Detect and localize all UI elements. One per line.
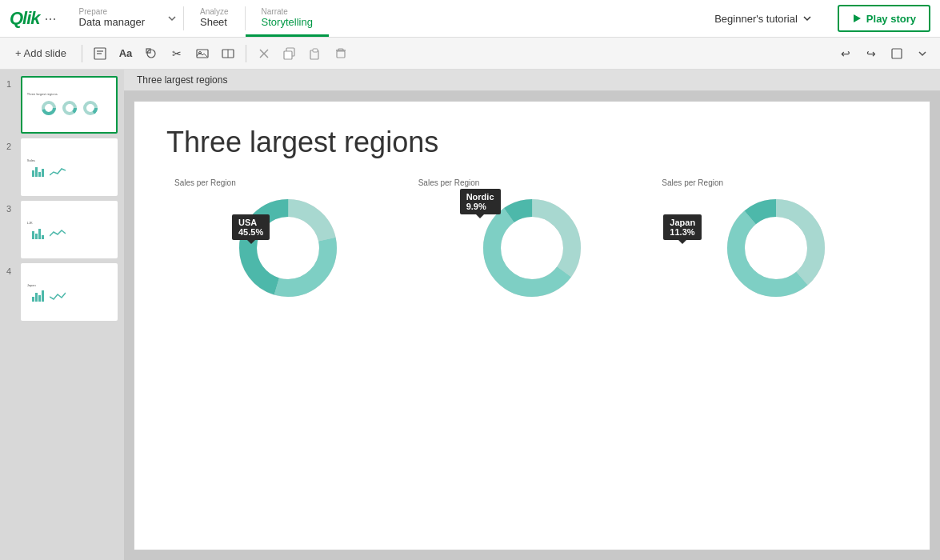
textbox-icon bbox=[94, 47, 106, 60]
chart-container-3: Sales per Region Japan 11.3% bbox=[654, 178, 898, 304]
chart-label-2: Sales per Region bbox=[410, 178, 480, 187]
copy-button[interactable] bbox=[278, 42, 301, 65]
app-menu-icon[interactable]: ··· bbox=[45, 10, 57, 27]
cut-icon bbox=[258, 47, 270, 60]
scissors-button[interactable]: ✂ bbox=[166, 42, 188, 65]
chart-container-1: Sales per Region USA 45.5% bbox=[166, 178, 410, 304]
slide-number-2: 2 bbox=[6, 142, 16, 151]
tooltip-3: Japan 11.3% bbox=[663, 214, 702, 240]
tab-prepare[interactable]: Prepare Data manager bbox=[63, 0, 161, 37]
slide-item-1[interactable]: 1 Three largest regions bbox=[6, 76, 118, 134]
tab-analyze-name: Sheet bbox=[200, 16, 229, 28]
play-story-button[interactable]: Play story bbox=[838, 5, 930, 32]
redo-button[interactable]: ↪ bbox=[860, 42, 882, 65]
mini-bar-chart-3 bbox=[32, 226, 45, 239]
delete-icon bbox=[334, 47, 347, 60]
donut-wrapper-3: Japan 11.3% bbox=[654, 192, 898, 304]
tab-narrate-name: Storytelling bbox=[262, 16, 313, 28]
tab-narrate[interactable]: Narrate Storytelling bbox=[246, 0, 329, 37]
nav-spacer bbox=[329, 0, 698, 37]
canvas-title: Three largest regions bbox=[137, 74, 227, 86]
mini-donut-1 bbox=[40, 99, 58, 117]
tutorial-chevron-icon bbox=[802, 14, 812, 23]
slide-thumb-1[interactable]: Three largest regions bbox=[21, 76, 118, 134]
scissors-icon: ✂ bbox=[172, 47, 182, 60]
slide-1-thumb-charts bbox=[40, 99, 99, 117]
view-dropdown-button[interactable] bbox=[911, 42, 934, 65]
slide-item-2[interactable]: 2 Sales bbox=[6, 138, 118, 196]
fullscreen-button[interactable] bbox=[886, 42, 908, 65]
slide-thumb-4[interactable]: Japan bbox=[21, 263, 118, 321]
toolbar-sep-2 bbox=[246, 45, 246, 62]
slide-4-label: Japan bbox=[27, 283, 111, 287]
beginner-tutorial-button[interactable]: Beginner's tutorial bbox=[698, 0, 828, 37]
delete-button[interactable] bbox=[330, 42, 352, 65]
svg-rect-17 bbox=[892, 49, 902, 58]
shape-button[interactable] bbox=[140, 42, 162, 65]
svg-rect-15 bbox=[313, 49, 318, 52]
toolbar: + Add slide Aa ✂ ↩ ↪ bbox=[0, 38, 940, 70]
chart-label-3: Sales per Region bbox=[654, 178, 723, 187]
donut-chart-3[interactable] bbox=[720, 192, 832, 304]
mini-line-chart-3 bbox=[50, 228, 66, 239]
mini-bar-chart-4 bbox=[32, 289, 45, 302]
image-button[interactable] bbox=[191, 42, 214, 65]
qlik-logo: Qlik bbox=[10, 8, 40, 29]
tab-prepare-name: Data manager bbox=[79, 16, 145, 28]
tab-prepare-dropdown[interactable] bbox=[161, 0, 183, 37]
add-slide-button[interactable]: + Add slide bbox=[6, 42, 75, 65]
beginner-tutorial-label: Beginner's tutorial bbox=[714, 13, 798, 25]
svg-point-4 bbox=[147, 50, 155, 58]
slide-4-charts bbox=[32, 289, 107, 302]
chart-container-2: Sales per Region Nordic 9.9% bbox=[410, 178, 654, 304]
slide-3-charts bbox=[32, 226, 107, 239]
svg-point-33 bbox=[503, 219, 561, 277]
svg-point-38 bbox=[747, 219, 805, 277]
media-icon bbox=[222, 47, 234, 60]
copy-icon bbox=[283, 47, 296, 60]
canvas-slide[interactable]: Three largest regions Sales per Region U… bbox=[134, 101, 930, 550]
slide-3-label: LJK bbox=[27, 221, 111, 225]
undo-icon: ↩ bbox=[841, 47, 850, 60]
slide-number-1: 1 bbox=[6, 79, 16, 89]
shapes-icon bbox=[145, 47, 158, 60]
slide-thumb-2[interactable]: Sales bbox=[21, 138, 118, 196]
canvas-title-bar: Three largest regions bbox=[124, 70, 940, 91]
tooltip-3-value: 11.3% bbox=[670, 227, 695, 237]
svg-rect-16 bbox=[337, 51, 345, 58]
slide-item-3[interactable]: 3 LJK bbox=[6, 201, 118, 258]
add-slide-label: + Add slide bbox=[15, 47, 66, 59]
charts-row: Sales per Region USA 45.5% bbox=[166, 178, 898, 534]
donut-wrapper-1: USA 45.5% bbox=[166, 192, 410, 304]
slide-heading: Three largest regions bbox=[166, 126, 898, 159]
slide-1-thumb-title: Three largest regions bbox=[27, 93, 111, 97]
text-box-button[interactable] bbox=[89, 42, 111, 65]
cut-button[interactable] bbox=[253, 42, 275, 65]
font-size-button[interactable]: Aa bbox=[114, 42, 137, 65]
slide-2-charts bbox=[32, 164, 107, 177]
donut-chart-2[interactable] bbox=[476, 192, 588, 304]
svg-point-28 bbox=[259, 219, 317, 277]
logo-area: Qlik ··· bbox=[0, 0, 63, 37]
slide-item-4[interactable]: 4 Japan bbox=[6, 263, 118, 321]
donut-chart-1[interactable] bbox=[232, 192, 344, 304]
chart-label-1: Sales per Region bbox=[166, 178, 236, 187]
play-story-label: Play story bbox=[866, 13, 916, 25]
tab-analyze[interactable]: Analyze Sheet bbox=[184, 0, 245, 37]
undo-button[interactable]: ↩ bbox=[834, 42, 857, 65]
slide-panel: 1 Three largest regions bbox=[0, 70, 124, 560]
svg-marker-0 bbox=[854, 14, 861, 22]
slide-thumb-3[interactable]: LJK bbox=[21, 201, 118, 258]
play-icon bbox=[852, 14, 862, 23]
paste-button[interactable] bbox=[304, 42, 326, 65]
slide-2-label: Sales bbox=[27, 158, 111, 162]
toolbar-right: ↩ ↪ bbox=[834, 42, 934, 65]
slide-number-3: 3 bbox=[6, 204, 16, 214]
donut-wrapper-2: Nordic 9.9% bbox=[410, 192, 654, 304]
mini-bar-chart bbox=[32, 164, 45, 177]
tab-prepare-category: Prepare bbox=[79, 7, 145, 16]
tooltip-3-label: Japan bbox=[670, 218, 695, 227]
mini-donut-2 bbox=[61, 99, 78, 117]
tab-narrate-category: Narrate bbox=[262, 7, 313, 16]
media-button[interactable] bbox=[217, 42, 239, 65]
